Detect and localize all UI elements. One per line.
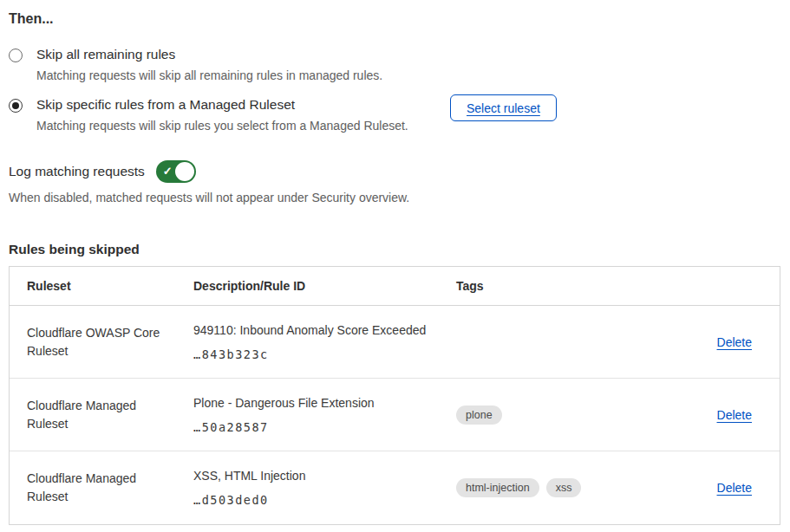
column-header-ruleset: Ruleset	[10, 279, 176, 293]
rule-id: …843b323c	[193, 347, 439, 361]
tags-cell: plone	[439, 405, 684, 425]
table-row: Cloudflare Managed Ruleset XSS, HTML Inj…	[10, 451, 780, 524]
actions-cell: Delete	[684, 334, 780, 350]
rule-id: …50a28587	[193, 420, 439, 434]
description-rule-id-cell: XSS, HTML Injection …d503ded0	[176, 469, 439, 507]
radio-skip-specific-rules[interactable]	[9, 99, 23, 113]
rule-description: 949110: Inbound Anomaly Score Exceeded	[193, 323, 439, 338]
waf-rule-configuration-panel: Then... Skip all remaining rules Matchin…	[0, 0, 790, 525]
option-skip-all-remaining-rules: Skip all remaining rules Matching reques…	[9, 46, 780, 83]
tag-badge: xss	[546, 478, 582, 497]
delete-button[interactable]: Delete	[717, 335, 752, 349]
actions-cell: Delete	[684, 480, 780, 496]
delete-button[interactable]: Delete	[717, 408, 752, 422]
table-row: Cloudflare OWASP Core Ruleset 949110: In…	[10, 306, 780, 379]
table-body: Cloudflare OWASP Core Ruleset 949110: In…	[10, 306, 780, 524]
delete-button[interactable]: Delete	[717, 481, 752, 495]
rules-being-skipped-title: Rules being skipped	[9, 242, 780, 257]
log-toggle-help-text: When disabled, matched requests will not…	[9, 190, 780, 205]
tags-list: html-injectionxss	[456, 478, 684, 497]
tags-cell: html-injectionxss	[439, 478, 684, 497]
ruleset-name: Cloudflare Managed Ruleset	[10, 470, 176, 506]
ruleset-name: Cloudflare Managed Ruleset	[10, 397, 176, 433]
log-matching-requests-row: Log matching requests ✓	[9, 160, 780, 183]
rule-description: XSS, HTML Injection	[193, 469, 439, 483]
column-header-description: Description/Rule ID	[176, 279, 439, 293]
column-header-tags: Tags	[439, 279, 684, 293]
radio-skip-all-remaining-rules[interactable]	[9, 49, 23, 62]
then-section-title: Then...	[9, 10, 780, 28]
actions-cell: Delete	[684, 407, 780, 423]
option-label[interactable]: Skip all remaining rules	[36, 46, 382, 63]
option-description: Matching requests will skip all remainin…	[36, 68, 382, 83]
table-row: Cloudflare Managed Ruleset Plone - Dange…	[10, 379, 780, 451]
tag-badge: plone	[456, 405, 502, 425]
description-rule-id-cell: Plone - Dangerous File Extension …50a285…	[176, 396, 439, 434]
check-icon: ✓	[163, 164, 173, 179]
tag-badge: html-injection	[456, 478, 539, 497]
option-description: Matching requests will skip rules you se…	[36, 118, 408, 133]
select-ruleset-button[interactable]: Select ruleset	[450, 94, 557, 121]
rule-description: Plone - Dangerous File Extension	[193, 396, 439, 411]
log-matching-requests-label: Log matching requests	[9, 164, 145, 179]
log-matching-requests-toggle[interactable]: ✓	[156, 160, 196, 183]
table-header-row: Ruleset Description/Rule ID Tags	[10, 267, 780, 306]
toggle-knob	[175, 162, 194, 181]
option-skip-specific-rules: Skip specific rules from a Managed Rules…	[9, 96, 780, 133]
description-rule-id-cell: 949110: Inbound Anomaly Score Exceeded ……	[176, 323, 439, 361]
rules-being-skipped-table: Ruleset Description/Rule ID Tags Cloudfl…	[9, 266, 780, 525]
option-label[interactable]: Skip specific rules from a Managed Rules…	[36, 96, 408, 114]
rule-id: …d503ded0	[193, 493, 439, 507]
ruleset-name: Cloudflare OWASP Core Ruleset	[10, 324, 176, 360]
tags-list: plone	[456, 405, 684, 425]
